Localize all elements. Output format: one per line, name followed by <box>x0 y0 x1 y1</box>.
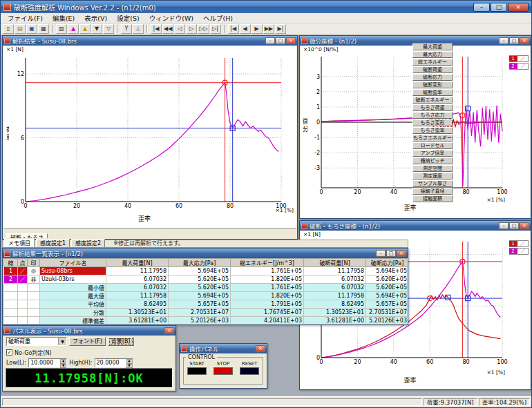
load-strain-chart[interactable]: 0204060801000612 <box>9 54 291 220</box>
play-icon[interactable]: ▶ <box>251 24 263 34</box>
next-file-icon[interactable]: ▶▶ <box>263 24 274 34</box>
next-icon[interactable]: ▷ <box>186 24 197 34</box>
window-title-bar[interactable]: 操作パネル × <box>180 344 267 353</box>
menu-item[interactable]: 表示(V) <box>79 13 112 23</box>
menu-item[interactable]: 設定(S) <box>112 13 144 23</box>
parameter-button[interactable]: もろさ歪率 <box>412 127 453 134</box>
low-spinner[interactable]: ▲▼ <box>60 359 66 367</box>
parameter-button[interactable]: もろさ変形 <box>412 119 453 126</box>
last-file-icon[interactable]: ▶| <box>275 24 286 34</box>
high-input[interactable]: 20.0000 ▲▼ <box>95 358 133 367</box>
control-reset-button[interactable]: RESET <box>240 361 259 375</box>
close-button[interactable]: × <box>256 345 265 352</box>
parameter-button[interactable]: アンプ倍率 <box>412 150 453 157</box>
tab-break-brittle[interactable]: 破断・もろさ <box>6 233 48 238</box>
maximize-button[interactable]: □ <box>491 3 507 12</box>
column-header[interactable]: 最大応力[Pa] <box>169 259 231 267</box>
save-icon[interactable]: ▣ <box>26 24 37 34</box>
minimize-button[interactable]: – <box>499 37 509 44</box>
window-title-bar[interactable]: パネル表示 - Susu-08.brs × <box>3 326 175 336</box>
window-title-bar[interactable]: 解析結果一覧表示 - (n1/2) – □ × <box>3 249 408 258</box>
parameter-button[interactable]: 破断応力 <box>412 74 453 81</box>
maximize-button[interactable]: □ <box>509 222 519 229</box>
last-record-icon[interactable]: ▷| <box>210 24 221 34</box>
tab-sensitivity2[interactable]: 感度設定2 <box>71 239 105 247</box>
close-button[interactable]: × <box>520 37 529 44</box>
marker-up-yellow-icon[interactable]: ▲ <box>79 24 91 34</box>
background-button[interactable]: 背景(B) <box>108 337 134 346</box>
differential-chart[interactable]: 0204060801003210-1-2-3 <box>307 54 509 204</box>
maximize-button[interactable]: □ <box>509 37 519 44</box>
print-icon[interactable]: ▦ <box>38 24 49 34</box>
close-button[interactable]: × <box>164 327 174 334</box>
parameter-button[interactable]: 接触子直径 <box>412 188 453 195</box>
table-row[interactable]: 1／◎Susu-08brs11.179585.694E+051.761E+051… <box>4 267 408 275</box>
parameter-button[interactable]: 測定速度 <box>412 173 453 179</box>
prev-icon[interactable]: ◁ <box>174 24 185 34</box>
control-stop-button[interactable]: STOP <box>213 361 233 375</box>
parameter-button[interactable]: もろさエネルギー <box>412 135 453 142</box>
column-header[interactable]: 線 <box>4 259 18 267</box>
new-file-icon[interactable]: ▯ <box>3 24 14 34</box>
parameter-button[interactable]: ロードセル <box>412 142 453 149</box>
marker-up-magenta-icon[interactable]: ▲ <box>68 24 79 34</box>
maximize-button[interactable]: □ <box>386 250 396 257</box>
parameter-button[interactable]: 破断歪率 <box>412 89 453 96</box>
column-header[interactable]: 最大荷重[N] <box>106 259 169 267</box>
high-spinner[interactable]: ▲▼ <box>126 359 133 367</box>
close-button[interactable]: × <box>520 222 529 229</box>
column-header[interactable]: 印 <box>28 259 40 267</box>
parameter-button[interactable]: 測定空間 <box>412 165 453 172</box>
parameter-button[interactable]: 破断変形 <box>412 81 453 88</box>
control-start-button[interactable]: START <box>187 361 207 375</box>
open-folder-icon[interactable]: ▤ <box>15 24 26 34</box>
nogo-checkbox[interactable]: ✓ <box>6 349 12 356</box>
column-header[interactable]: 破断応力[Pa] <box>366 259 408 267</box>
menu-item[interactable]: ヘルプ(H) <box>198 13 238 23</box>
parameter-button[interactable]: 格納ピッチ <box>412 157 453 164</box>
parameter-button[interactable]: 破断荷重 <box>412 66 453 73</box>
chevron-down-icon[interactable]: ▼ <box>58 338 66 345</box>
maximize-button[interactable]: □ <box>276 37 285 44</box>
menu-item[interactable]: ファイル(F) <box>3 13 48 23</box>
column-header[interactable]: 総エネルギー[J/m^3] <box>231 259 304 267</box>
graph-overlay-icon[interactable]: ▧ <box>56 24 67 34</box>
parameter-button[interactable]: もろさ荷重 <box>412 104 453 111</box>
column-header[interactable]: ファイル名 <box>40 259 106 267</box>
table-row[interactable]: 2／非Uzuki-03brs6.070325.620E+051.820E+056… <box>4 275 408 284</box>
close-button[interactable]: × <box>286 37 296 44</box>
tab-sensitivity1[interactable]: 感度設定1 <box>36 239 70 247</box>
close-button[interactable]: × <box>508 3 529 12</box>
first-record-icon[interactable]: |◀ <box>151 24 162 34</box>
parameter-button[interactable]: 接触面積 <box>412 195 453 202</box>
menu-item[interactable]: ウィンドウ(W) <box>144 13 198 23</box>
window-title-bar[interactable]: 破断・もろさ座標 - (n1/2) – □ × <box>300 221 531 231</box>
low-input[interactable]: 10.0000 ▲▼ <box>28 358 67 367</box>
rewind-icon[interactable]: ◀◀ <box>162 24 173 34</box>
minimize-button[interactable]: – <box>265 37 275 44</box>
baseline-icon[interactable]: ⊥ <box>133 24 144 34</box>
first-file-icon[interactable]: |◀ <box>228 24 239 34</box>
font-button[interactable]: フォント(F) <box>69 337 106 346</box>
menu-item[interactable]: 編集(E) <box>48 13 79 23</box>
marker-down-outline-icon[interactable]: ▽ <box>103 24 114 34</box>
minimize-button[interactable]: – <box>473 3 490 12</box>
window-title-bar[interactable]: 解析結果 - Susu-08.brs – □ × <box>3 36 297 46</box>
close-button[interactable]: × <box>397 250 406 257</box>
minimize-button[interactable]: – <box>499 222 509 229</box>
forward-icon[interactable]: ▷▷ <box>198 24 209 34</box>
parameter-button[interactable]: 総エネルギー <box>412 59 453 66</box>
tab-memo[interactable]: メモ項目 <box>4 239 35 247</box>
column-header[interactable]: 破断荷重[N] <box>304 259 366 267</box>
parameter-button[interactable]: 最大応力 <box>412 51 453 58</box>
parameter-button[interactable]: 破断エネルギー <box>412 97 453 104</box>
column-header[interactable]: 点 <box>18 259 28 267</box>
marker-down-icon[interactable]: ▼ <box>91 24 102 34</box>
app-title-bar[interactable]: 破断強度解析 Windows Ver.2.2 - (n1/2(m0) – □ × <box>1 1 531 13</box>
y-scale-icon[interactable]: Y <box>121 24 132 34</box>
display-item-select[interactable]: 破断荷重 ▼ <box>6 337 67 346</box>
parameter-button[interactable]: サンプル厚さ <box>412 180 453 187</box>
parameter-button[interactable]: 最大荷重 <box>412 43 453 50</box>
minimize-button[interactable]: – <box>376 250 386 257</box>
parameter-button[interactable]: もろさ応力 <box>412 112 453 119</box>
